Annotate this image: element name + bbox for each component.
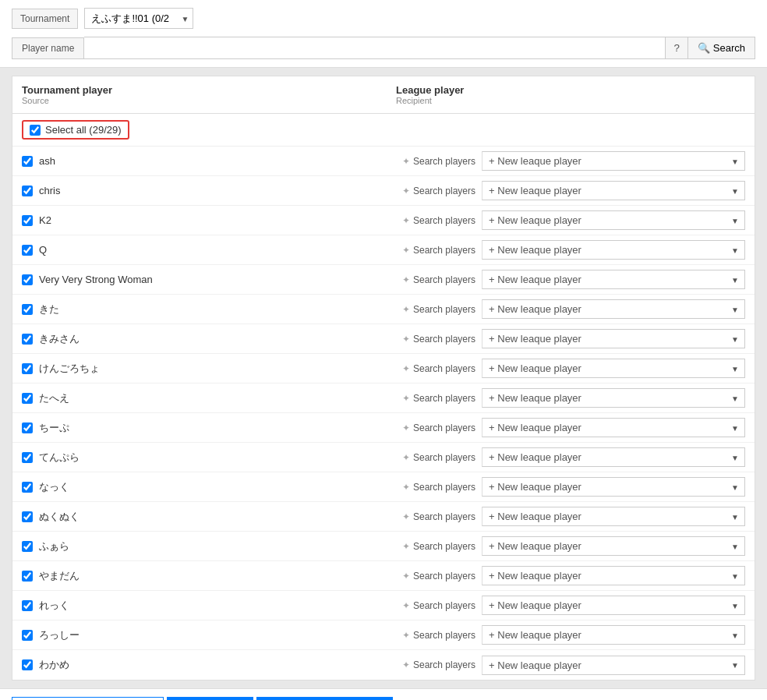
player-name: Very Very Strong Woman <box>39 274 153 285</box>
new-league-select-wrapper: + New leaque player <box>482 656 745 675</box>
player-checkbox[interactable] <box>22 600 33 611</box>
search-players-label: Search players <box>413 511 475 522</box>
table-row: たへえ ✦ Search players + New leaque player <box>12 384 755 413</box>
player-checkbox[interactable] <box>22 541 33 552</box>
new-league-select[interactable]: + New leaque player <box>482 151 745 171</box>
search-players-label: Search players <box>413 274 475 285</box>
settings-icon: ✦ <box>402 274 410 285</box>
search-players-label: Search players <box>413 156 475 167</box>
new-league-select[interactable]: + New leaque player <box>482 240 745 260</box>
search-players-button[interactable]: ✦ Search players <box>396 360 482 377</box>
search-players-label: Search players <box>413 571 475 582</box>
player-checkbox-cell: なっく <box>22 480 396 494</box>
search-players-button[interactable]: ✦ Search players <box>396 182 482 200</box>
player-checkbox[interactable] <box>22 452 33 463</box>
player-checkbox[interactable] <box>22 363 33 374</box>
table-row: Q ✦ Search players + New leaque player <box>12 235 755 265</box>
player-checkbox[interactable] <box>22 571 33 582</box>
search-players-button[interactable]: ✦ Search players <box>396 479 482 496</box>
settings-icon: ✦ <box>402 452 410 463</box>
player-name: ash <box>39 155 55 167</box>
new-league-select[interactable]: + New leaque player <box>482 388 745 408</box>
new-league-select[interactable]: + New leaque player <box>482 299 745 319</box>
player-checkbox[interactable] <box>22 215 33 226</box>
new-league-select[interactable]: + New leaque player <box>482 329 745 348</box>
table-row: Very Very Strong Woman ✦ Search players … <box>12 265 755 295</box>
player-checkbox-cell: けんごろちょ <box>22 362 396 376</box>
league-cell: ✦ Search players + New leaque player <box>396 566 745 585</box>
bottom-bar: Save & go to preview page Save & reload … <box>0 688 767 700</box>
save-preview-button[interactable]: Save & go to preview page <box>12 697 164 700</box>
new-league-select[interactable]: + New leaque player <box>482 656 745 675</box>
search-players-button[interactable]: ✦ Search players <box>396 656 482 673</box>
league-cell: ✦ Search players + New leaque player <box>396 656 745 675</box>
new-league-select[interactable]: + New leaque player <box>482 270 745 289</box>
player-checkbox[interactable] <box>22 393 33 404</box>
save-reload-button[interactable]: Save & reload <box>167 697 254 700</box>
player-checkbox[interactable] <box>22 630 33 641</box>
search-players-button[interactable]: ✦ Search players <box>396 331 482 348</box>
select-all-row: Select all (29/29) <box>12 114 755 147</box>
player-checkbox[interactable] <box>22 156 33 167</box>
player-checkbox[interactable] <box>22 274 33 285</box>
new-league-select[interactable]: + New leaque player <box>482 418 745 437</box>
league-cell: ✦ Search players + New leaque player <box>396 388 745 408</box>
league-cell: ✦ Search players + New leaque player <box>396 299 745 319</box>
new-league-select-wrapper: + New leaque player <box>482 359 745 378</box>
new-league-select[interactable]: + New leaque player <box>482 566 745 585</box>
player-checkbox[interactable] <box>22 511 33 522</box>
table-row: chris ✦ Search players + New leaque play… <box>12 176 755 206</box>
new-league-select[interactable]: + New leaque player <box>482 625 745 645</box>
player-checkbox[interactable] <box>22 245 33 256</box>
search-players-button[interactable]: ✦ Search players <box>396 153 482 170</box>
player-checkbox[interactable] <box>22 482 33 493</box>
new-league-select[interactable]: + New leaque player <box>482 477 745 497</box>
player-checkbox[interactable] <box>22 304 33 315</box>
new-league-select-wrapper: + New leaque player <box>482 536 745 556</box>
league-cell: ✦ Search players + New leaque player <box>396 270 745 289</box>
player-name: K2 <box>39 214 51 226</box>
player-checkbox[interactable] <box>22 334 33 345</box>
player-name-input[interactable] <box>84 37 666 59</box>
player-checkbox-cell: ぬくぬく <box>22 510 396 524</box>
search-players-button[interactable]: ✦ Search players <box>396 212 482 229</box>
new-league-select[interactable]: + New leaque player <box>482 507 745 526</box>
league-cell: ✦ Search players + New leaque player <box>396 477 745 497</box>
new-league-select[interactable]: + New leaque player <box>482 210 745 230</box>
player-checkbox[interactable] <box>22 422 33 433</box>
search-players-button[interactable]: ✦ Search players <box>396 271 482 288</box>
new-league-select[interactable]: + New leaque player <box>482 181 745 200</box>
player-checkbox[interactable] <box>22 659 33 670</box>
search-players-button[interactable]: ✦ Search players <box>396 390 482 407</box>
search-players-label: Search players <box>413 659 475 670</box>
search-players-button[interactable]: ✦ Search players <box>396 419 482 437</box>
league-cell: ✦ Search players + New leaque player <box>396 151 745 171</box>
search-players-button[interactable]: ✦ Search players <box>396 242 482 259</box>
settings-icon: ✦ <box>402 186 410 196</box>
help-button[interactable]: ? <box>666 37 687 59</box>
search-players-button[interactable]: ✦ Search players <box>396 449 482 466</box>
player-checkbox-cell: たへえ <box>22 391 396 405</box>
search-players-label: Search players <box>413 186 475 196</box>
new-league-select[interactable]: + New leaque player <box>482 596 745 615</box>
new-league-select[interactable]: + New leaque player <box>482 536 745 556</box>
search-players-button[interactable]: ✦ Search players <box>396 567 482 585</box>
search-players-button[interactable]: ✦ Search players <box>396 597 482 614</box>
search-players-label: Search players <box>413 304 475 315</box>
new-league-select[interactable]: + New leaque player <box>482 359 745 378</box>
tournament-select[interactable]: えふすま!!01 (0/2 <box>84 8 193 29</box>
player-name: ちーぷ <box>39 421 69 435</box>
league-cell: ✦ Search players + New leaque player <box>396 181 745 200</box>
search-button[interactable]: 🔍 Search <box>688 37 755 59</box>
search-players-button[interactable]: ✦ Search players <box>396 301 482 318</box>
player-name: けんごろちょ <box>39 362 100 376</box>
select-all-label[interactable]: Select all (29/29) <box>30 124 122 136</box>
save-next-button[interactable]: Save & go to next page <box>256 697 392 700</box>
search-players-button[interactable]: ✦ Search players <box>396 627 482 644</box>
search-players-button[interactable]: ✦ Search players <box>396 538 482 555</box>
new-league-select[interactable]: + New leaque player <box>482 447 745 467</box>
select-all-checkbox[interactable] <box>30 125 41 136</box>
search-players-button[interactable]: ✦ Search players <box>396 508 482 525</box>
player-checkbox[interactable] <box>22 186 33 196</box>
league-cell: ✦ Search players + New leaque player <box>396 596 745 615</box>
